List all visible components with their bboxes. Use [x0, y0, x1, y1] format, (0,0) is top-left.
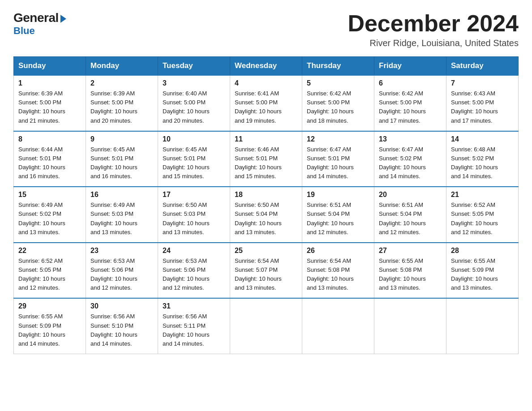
- day-number: 13: [379, 135, 442, 143]
- day-detail: Sunrise: 6:42 AMSunset: 5:00 PMDaylight:…: [307, 90, 354, 124]
- table-row: 13 Sunrise: 6:47 AMSunset: 5:02 PMDaylig…: [374, 131, 446, 187]
- title-block: December 2024 River Ridge, Louisiana, Un…: [348, 11, 519, 48]
- calendar-week-row: 8 Sunrise: 6:44 AMSunset: 5:01 PMDayligh…: [14, 131, 519, 187]
- day-number: 15: [18, 191, 81, 199]
- calendar-week-row: 1 Sunrise: 6:39 AMSunset: 5:00 PMDayligh…: [14, 75, 519, 131]
- table-row: 10 Sunrise: 6:45 AMSunset: 5:01 PMDaylig…: [158, 131, 230, 187]
- day-detail: Sunrise: 6:50 AMSunset: 5:04 PMDaylight:…: [235, 201, 282, 235]
- calendar-week-row: 29 Sunrise: 6:55 AMSunset: 5:09 PMDaylig…: [14, 298, 519, 354]
- day-detail: Sunrise: 6:47 AMSunset: 5:01 PMDaylight:…: [307, 146, 354, 180]
- table-row: 6 Sunrise: 6:42 AMSunset: 5:00 PMDayligh…: [374, 75, 446, 131]
- day-detail: Sunrise: 6:45 AMSunset: 5:01 PMDaylight:…: [90, 146, 137, 180]
- table-row: [446, 298, 519, 354]
- day-detail: Sunrise: 6:51 AMSunset: 5:04 PMDaylight:…: [379, 201, 426, 235]
- table-row: 5 Sunrise: 6:42 AMSunset: 5:00 PMDayligh…: [302, 75, 374, 131]
- day-detail: Sunrise: 6:45 AMSunset: 5:01 PMDaylight:…: [163, 146, 210, 180]
- day-number: 25: [235, 247, 297, 255]
- table-row: 16 Sunrise: 6:49 AMSunset: 5:03 PMDaylig…: [86, 187, 158, 243]
- header-sunday: Sunday: [14, 57, 86, 76]
- day-number: 1: [18, 79, 81, 87]
- table-row: 12 Sunrise: 6:47 AMSunset: 5:01 PMDaylig…: [302, 131, 374, 187]
- table-row: 18 Sunrise: 6:50 AMSunset: 5:04 PMDaylig…: [230, 187, 302, 243]
- day-number: 20: [379, 191, 442, 199]
- day-number: 7: [451, 79, 514, 87]
- day-number: 16: [90, 191, 153, 199]
- page-header: General Blue December 2024 River Ridge, …: [13, 11, 519, 48]
- table-row: 27 Sunrise: 6:55 AMSunset: 5:08 PMDaylig…: [374, 243, 446, 299]
- table-row: 31 Sunrise: 6:56 AMSunset: 5:11 PMDaylig…: [158, 298, 230, 354]
- day-detail: Sunrise: 6:56 AMSunset: 5:11 PMDaylight:…: [163, 313, 210, 347]
- header-wednesday: Wednesday: [230, 57, 302, 76]
- day-detail: Sunrise: 6:50 AMSunset: 5:03 PMDaylight:…: [163, 201, 210, 235]
- table-row: 29 Sunrise: 6:55 AMSunset: 5:09 PMDaylig…: [14, 298, 86, 354]
- table-row: [230, 298, 302, 354]
- day-number: 21: [451, 191, 514, 199]
- day-detail: Sunrise: 6:49 AMSunset: 5:02 PMDaylight:…: [18, 201, 65, 235]
- day-detail: Sunrise: 6:54 AMSunset: 5:08 PMDaylight:…: [307, 257, 354, 291]
- table-row: 9 Sunrise: 6:45 AMSunset: 5:01 PMDayligh…: [86, 131, 158, 187]
- table-row: 25 Sunrise: 6:54 AMSunset: 5:07 PMDaylig…: [230, 243, 302, 299]
- day-number: 12: [307, 135, 369, 143]
- day-number: 8: [18, 135, 81, 143]
- table-row: 8 Sunrise: 6:44 AMSunset: 5:01 PMDayligh…: [14, 131, 86, 187]
- day-detail: Sunrise: 6:44 AMSunset: 5:01 PMDaylight:…: [18, 146, 65, 180]
- header-friday: Friday: [374, 57, 446, 76]
- location-text: River Ridge, Louisiana, United States: [348, 38, 519, 48]
- day-detail: Sunrise: 6:55 AMSunset: 5:09 PMDaylight:…: [451, 257, 498, 291]
- table-row: 7 Sunrise: 6:43 AMSunset: 5:00 PMDayligh…: [446, 75, 519, 131]
- day-number: 6: [379, 79, 442, 87]
- header-thursday: Thursday: [302, 57, 374, 76]
- table-row: 17 Sunrise: 6:50 AMSunset: 5:03 PMDaylig…: [158, 187, 230, 243]
- table-row: 14 Sunrise: 6:48 AMSunset: 5:02 PMDaylig…: [446, 131, 519, 187]
- day-detail: Sunrise: 6:56 AMSunset: 5:10 PMDaylight:…: [90, 313, 137, 347]
- calendar-week-row: 22 Sunrise: 6:52 AMSunset: 5:05 PMDaylig…: [14, 243, 519, 299]
- day-detail: Sunrise: 6:52 AMSunset: 5:05 PMDaylight:…: [451, 201, 498, 235]
- day-detail: Sunrise: 6:53 AMSunset: 5:06 PMDaylight:…: [163, 257, 210, 291]
- day-detail: Sunrise: 6:47 AMSunset: 5:02 PMDaylight:…: [379, 146, 426, 180]
- day-detail: Sunrise: 6:55 AMSunset: 5:08 PMDaylight:…: [379, 257, 426, 291]
- header-monday: Monday: [86, 57, 158, 76]
- calendar-week-row: 15 Sunrise: 6:49 AMSunset: 5:02 PMDaylig…: [14, 187, 519, 243]
- day-detail: Sunrise: 6:51 AMSunset: 5:04 PMDaylight:…: [307, 201, 354, 235]
- day-detail: Sunrise: 6:39 AMSunset: 5:00 PMDaylight:…: [90, 90, 137, 124]
- day-detail: Sunrise: 6:43 AMSunset: 5:00 PMDaylight:…: [451, 90, 498, 124]
- table-row: [302, 298, 374, 354]
- table-row: 23 Sunrise: 6:53 AMSunset: 5:06 PMDaylig…: [86, 243, 158, 299]
- table-row: 22 Sunrise: 6:52 AMSunset: 5:05 PMDaylig…: [14, 243, 86, 299]
- day-detail: Sunrise: 6:49 AMSunset: 5:03 PMDaylight:…: [90, 201, 137, 235]
- day-number: 5: [307, 79, 369, 87]
- day-detail: Sunrise: 6:48 AMSunset: 5:02 PMDaylight:…: [451, 146, 498, 180]
- day-detail: Sunrise: 6:54 AMSunset: 5:07 PMDaylight:…: [235, 257, 282, 291]
- day-number: 2: [90, 79, 153, 87]
- day-number: 11: [235, 135, 297, 143]
- day-number: 4: [235, 79, 297, 87]
- day-detail: Sunrise: 6:52 AMSunset: 5:05 PMDaylight:…: [18, 257, 65, 291]
- day-number: 3: [163, 79, 225, 87]
- table-row: 30 Sunrise: 6:56 AMSunset: 5:10 PMDaylig…: [86, 298, 158, 354]
- day-number: 18: [235, 191, 297, 199]
- table-row: 28 Sunrise: 6:55 AMSunset: 5:09 PMDaylig…: [446, 243, 519, 299]
- day-number: 28: [451, 247, 514, 255]
- table-row: 11 Sunrise: 6:46 AMSunset: 5:01 PMDaylig…: [230, 131, 302, 187]
- header-saturday: Saturday: [446, 57, 519, 76]
- header-tuesday: Tuesday: [158, 57, 230, 76]
- day-number: 19: [307, 191, 369, 199]
- day-number: 23: [90, 247, 153, 255]
- table-row: 3 Sunrise: 6:40 AMSunset: 5:00 PMDayligh…: [158, 75, 230, 131]
- table-row: 15 Sunrise: 6:49 AMSunset: 5:02 PMDaylig…: [14, 187, 86, 243]
- day-detail: Sunrise: 6:40 AMSunset: 5:00 PMDaylight:…: [163, 90, 210, 124]
- day-detail: Sunrise: 6:41 AMSunset: 5:00 PMDaylight:…: [235, 90, 282, 124]
- table-row: 4 Sunrise: 6:41 AMSunset: 5:00 PMDayligh…: [230, 75, 302, 131]
- table-row: 20 Sunrise: 6:51 AMSunset: 5:04 PMDaylig…: [374, 187, 446, 243]
- day-detail: Sunrise: 6:42 AMSunset: 5:00 PMDaylight:…: [379, 90, 426, 124]
- day-number: 26: [307, 247, 369, 255]
- table-row: 26 Sunrise: 6:54 AMSunset: 5:08 PMDaylig…: [302, 243, 374, 299]
- logo-blue-text: Blue: [13, 25, 35, 37]
- table-row: [374, 298, 446, 354]
- table-row: 21 Sunrise: 6:52 AMSunset: 5:05 PMDaylig…: [446, 187, 519, 243]
- day-number: 17: [163, 191, 225, 199]
- day-number: 10: [163, 135, 225, 143]
- day-number: 30: [90, 302, 153, 310]
- day-number: 27: [379, 247, 442, 255]
- day-number: 14: [451, 135, 514, 143]
